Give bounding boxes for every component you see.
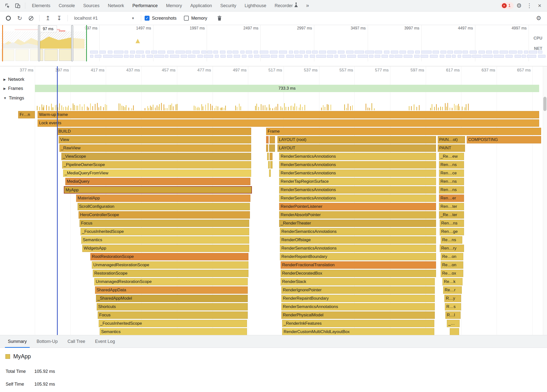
flame-bar-fragment[interactable]	[269, 144, 275, 152]
flame-bar[interactable]: RenderPhysicalModel	[281, 311, 435, 319]
selection-handle-left[interactable]	[38, 25, 40, 61]
record-button[interactable]	[3, 13, 13, 23]
flame-bar[interactable]: Frame	[266, 128, 541, 135]
flame-bar[interactable]: RenderSemanticsAnnotations	[281, 303, 435, 310]
flame-bar[interactable]: Ren…ry	[440, 245, 464, 252]
flame-bar[interactable]: Re…r	[443, 286, 462, 294]
flame-bar[interactable]: RenderSemanticsAnnotations	[279, 169, 436, 177]
error-badge[interactable]: × 1	[500, 2, 514, 9]
garbage-collect-button[interactable]	[215, 13, 224, 23]
flame-bar[interactable]: Ren…ge	[440, 228, 464, 235]
flame-bar-fragment[interactable]	[268, 161, 270, 168]
flame-bar[interactable]: Ren…er	[439, 195, 464, 202]
bottom-tab-summary[interactable]: Summary	[5, 335, 30, 348]
bottom-tab-bottom-up[interactable]: Bottom-Up	[34, 335, 61, 348]
flame-bar[interactable]: RenderOffstage	[280, 236, 436, 244]
disclosure-right-icon[interactable]: ▶	[3, 78, 6, 81]
tab-application[interactable]: Application	[186, 0, 216, 12]
more-tabs-chevron[interactable]: »	[302, 2, 312, 9]
flame-bar[interactable]: RenderRepaintBoundary	[280, 253, 436, 260]
flame-bar-fragment[interactable]	[450, 328, 459, 335]
flame-bar[interactable]: RenderSemanticsAnnotations	[279, 195, 436, 202]
disclosure-down-icon[interactable]: ▼	[3, 96, 7, 100]
flame-bar[interactable]: _MediaQueryFromView	[63, 169, 251, 177]
flame-bar[interactable]: MediaQuery	[65, 178, 250, 185]
flame-bar-fragment[interactable]	[267, 153, 269, 160]
tab-lighthouse[interactable]: Lighthouse	[240, 0, 270, 12]
tab-sources[interactable]: Sources	[79, 0, 104, 12]
flame-bar-fragment[interactable]	[266, 136, 269, 143]
flame-bar[interactable]: Shortcuts	[97, 303, 248, 310]
flame-bar[interactable]: _Re…ter	[439, 211, 464, 219]
flame-bar[interactable]: _RenderTheater	[279, 220, 436, 227]
screenshot-thumbnail[interactable]	[44, 49, 58, 61]
tab-network[interactable]: Network	[104, 0, 128, 12]
flame-bar[interactable]: RenderSemanticsAnnotations	[279, 186, 436, 194]
device-toolbar-icon[interactable]	[13, 1, 23, 11]
flame-bar[interactable]: ScrollConfiguration	[78, 203, 250, 210]
flame-bar[interactable]: _RawView	[59, 144, 251, 152]
flame-bar[interactable]: RenderRepaintBoundary	[281, 295, 435, 302]
flame-bar[interactable]: RenderSemanticsAnnotations	[279, 161, 436, 168]
clear-button[interactable]	[26, 13, 36, 23]
bottom-tab-event-log[interactable]: Event Log	[92, 335, 118, 348]
flame-bar-fragment[interactable]	[269, 169, 271, 177]
screenshots-checkbox[interactable]: ✓ Screenshots	[145, 16, 177, 21]
flame-bar[interactable]: _SharedAppModel	[96, 295, 248, 302]
flame-bar[interactable]: View	[59, 136, 251, 143]
flame-bar[interactable]: Ren…ns	[439, 178, 464, 185]
flame-bar[interactable]: Re…k	[442, 278, 463, 285]
flame-bar[interactable]: Ren…ns	[440, 220, 464, 227]
bottom-tab-call-tree[interactable]: Call Tree	[65, 335, 88, 348]
flame-bar[interactable]: RenderIgnorePointer	[281, 286, 435, 294]
flame-bar-fragment[interactable]	[270, 136, 275, 143]
flame-bar[interactable]: UnmanagedRestorationScope	[92, 261, 248, 269]
target-selector-dropdown[interactable]: localhost #1 ▼	[71, 16, 137, 21]
flame-bar[interactable]: Semantics	[81, 236, 249, 244]
flame-bar[interactable]: Re…ns	[441, 236, 462, 244]
track-timings[interactable]: ▼ Timings	[0, 93, 547, 103]
flame-bar[interactable]: PAINT	[438, 144, 465, 152]
tab-performance[interactable]: Performance	[128, 0, 162, 12]
flame-bar-fragment[interactable]	[270, 161, 273, 168]
flame-bar[interactable]: LAYOUT (root)	[277, 136, 436, 143]
flame-bar[interactable]: RenderDecoratedBox	[281, 270, 436, 277]
flame-bar[interactable]: _…	[447, 320, 460, 327]
frame-duration-bar[interactable]: 733.3 ms	[35, 85, 539, 92]
track-frames[interactable]: ▶ Frames 733.3 ms	[0, 84, 547, 93]
flame-bar[interactable]: PAIN…ot)	[438, 136, 465, 143]
tab-console[interactable]: Console	[55, 0, 79, 12]
flame-bar[interactable]: Warm-up frame	[38, 111, 539, 118]
flame-bar[interactable]: _Re…ew	[439, 153, 464, 160]
flame-bar[interactable]: SharedAppData	[95, 286, 248, 294]
tab-security[interactable]: Security	[216, 0, 240, 12]
flame-bar[interactable]: _RenderInkFeatures	[282, 320, 434, 327]
flame-bar[interactable]: R…s	[445, 303, 461, 310]
flame-bar[interactable]: _FocusInheritedScope	[99, 320, 247, 327]
flame-bar-fragment[interactable]	[270, 153, 273, 160]
close-icon[interactable]: ×	[535, 1, 545, 11]
flame-bar[interactable]: Ren…ter	[439, 203, 464, 210]
flame-bar-fragment[interactable]	[266, 144, 268, 152]
flame-bar[interactable]: RenderPointerListener	[279, 203, 436, 210]
flame-bar[interactable]: RenderTapRegionSurface	[279, 178, 436, 185]
flame-bar[interactable]: HeroControllerScope	[79, 211, 250, 219]
overview[interactable]: 997 ms1497 ms1997 ms2497 ms2997 ms3497 m…	[0, 25, 547, 66]
flame-bar[interactable]: Lock events	[38, 119, 539, 127]
save-profile-button[interactable]: ↧	[54, 13, 64, 23]
selection-handle-right[interactable]	[71, 25, 73, 61]
flame-bar[interactable]: RenderSemanticsAnnotations	[279, 153, 436, 160]
flame-bar[interactable]: Ren…ns	[439, 161, 464, 168]
kebab-menu-icon[interactable]: ⋮	[524, 1, 534, 11]
timeline-chart[interactable]: 377 ms397 ms417 ms437 ms457 ms477 ms497 …	[0, 66, 547, 335]
reload-and-record-button[interactable]: ↻	[15, 13, 25, 23]
flame-bar[interactable]: _FocusInheritedScope	[81, 228, 249, 235]
disclosure-right-icon[interactable]: ▶	[3, 87, 6, 90]
flame-bar[interactable]: LAYOUT	[277, 144, 436, 152]
flame-bar[interactable]: Ren…ce	[439, 169, 464, 177]
flame-bar[interactable]: UnmanagedRestorationScope	[94, 278, 248, 285]
tab-recorder[interactable]: Recorder	[270, 0, 302, 12]
flame-bar[interactable]: WidgetsApp	[82, 245, 249, 252]
flame-bar[interactable]: RenderFractionalTranslation	[281, 261, 436, 269]
load-profile-button[interactable]: ↥	[43, 13, 53, 23]
